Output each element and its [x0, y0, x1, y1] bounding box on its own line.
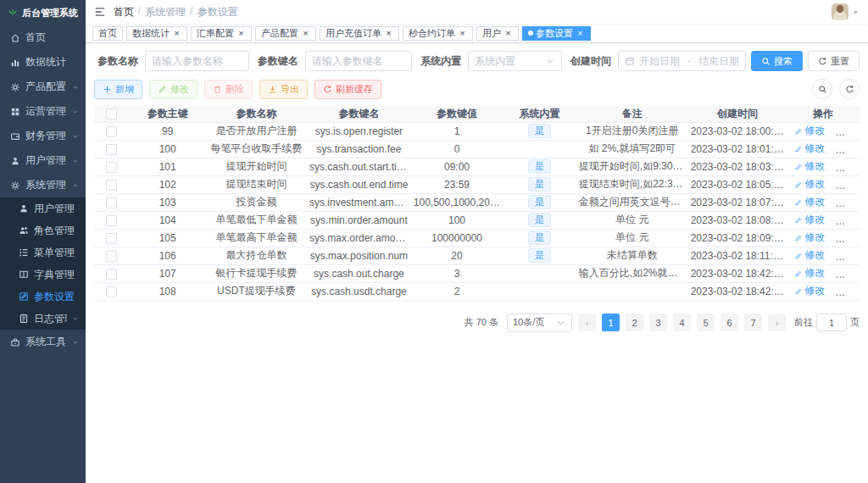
user-icon: [10, 156, 20, 166]
row-checkbox[interactable]: [106, 126, 117, 137]
sidebar-subitem[interactable]: 字典管理: [0, 264, 86, 286]
page-button[interactable]: 7: [744, 314, 762, 331]
view-tab[interactable]: 产品配置×: [255, 26, 316, 41]
tab-close-icon[interactable]: ×: [301, 29, 310, 38]
row-actions-cell: 修改删除: [787, 247, 860, 264]
breadcrumb-item[interactable]: 参数设置: [198, 5, 238, 19]
sidebar-subitem[interactable]: 角色管理: [0, 219, 86, 242]
row-checkbox[interactable]: [106, 286, 117, 297]
sidebar-item[interactable]: 财务管理: [0, 124, 86, 148]
grid-icon: [10, 107, 20, 117]
caret-down-icon[interactable]: [852, 8, 860, 16]
tabs-bar: 首页数据统计×汇率配置×产品配置×用户充值订单×秒合约订单×用户×参数设置×: [86, 24, 868, 43]
delete-button[interactable]: 删除: [204, 80, 253, 99]
breadcrumb-item[interactable]: 系统管理: [145, 5, 186, 19]
tab-close-icon[interactable]: ×: [576, 29, 585, 38]
date-separator: -: [687, 55, 691, 67]
sidebar-item[interactable]: 运营管理: [0, 99, 86, 124]
sidebar-subitem[interactable]: 菜单管理: [0, 242, 86, 264]
page-button[interactable]: 6: [721, 314, 738, 331]
sidebar-item[interactable]: 数据统计: [0, 50, 86, 75]
refresh-cache-button[interactable]: 刷新缓存: [314, 80, 381, 99]
row-edit-link[interactable]: 修改: [794, 248, 825, 263]
row-edit-link[interactable]: 修改: [794, 159, 825, 174]
export-button[interactable]: 导出: [259, 80, 308, 99]
breadcrumb-item[interactable]: 首页: [114, 5, 134, 19]
sidebar-item[interactable]: 系统管理: [0, 173, 86, 197]
toggle-search-button[interactable]: [812, 79, 832, 99]
param-key-cell: sys.investment.amount: [307, 193, 411, 211]
row-checkbox[interactable]: [106, 144, 117, 155]
row-edit-link[interactable]: 修改: [794, 142, 825, 156]
goto-page-input[interactable]: [816, 314, 847, 331]
row-actions-cell: 修改删除: [787, 193, 860, 211]
row-checkbox[interactable]: [106, 251, 117, 262]
chevron-down-icon: [72, 315, 79, 322]
view-tab[interactable]: 用户充值订单×: [320, 26, 399, 41]
param-key-cell: sys.cash.out.end.time: [307, 175, 411, 193]
add-button[interactable]: 新增: [94, 80, 142, 99]
view-tab[interactable]: 参数设置×: [522, 26, 591, 41]
tab-close-icon[interactable]: ×: [504, 29, 513, 38]
row-edit-link[interactable]: 修改: [794, 177, 825, 192]
page-button[interactable]: 3: [649, 314, 667, 331]
sidebar-subitem[interactable]: 用户管理: [0, 197, 86, 219]
tab-close-icon[interactable]: ×: [236, 29, 246, 38]
row-edit-link[interactable]: 修改: [794, 195, 825, 209]
sidebar-item[interactable]: 系统工具: [0, 330, 86, 354]
date-range-picker[interactable]: 开始日期 - 结束日期: [618, 51, 746, 71]
refresh-table-button[interactable]: [839, 79, 860, 99]
param-id-cell: 102: [130, 175, 206, 193]
page-size-select[interactable]: 10条/页: [507, 314, 572, 332]
page-button[interactable]: 1: [602, 314, 620, 331]
calendar-icon: [625, 56, 635, 66]
sidebar-item[interactable]: 首页: [0, 25, 86, 50]
builtin-select[interactable]: 系统内置: [468, 51, 562, 71]
builtin-tag: 是: [528, 159, 551, 174]
tab-close-icon[interactable]: ×: [172, 29, 181, 38]
main-area: 首页/系统管理/参数设置 首页数据统计×汇率配置×产品配置×用户充值订单×秒合约…: [86, 0, 868, 483]
prev-page-button[interactable]: ‹: [578, 314, 596, 331]
view-tab[interactable]: 首页: [92, 26, 123, 41]
sidebar-item[interactable]: 产品配置: [0, 75, 86, 99]
view-tab[interactable]: 数据统计×: [126, 26, 187, 41]
select-all-checkbox[interactable]: [106, 108, 117, 119]
row-checkbox[interactable]: [106, 269, 117, 280]
edit-button[interactable]: 修改: [149, 80, 198, 99]
row-checkbox[interactable]: [106, 197, 117, 208]
page-button[interactable]: 2: [626, 314, 643, 331]
row-checkbox[interactable]: [106, 162, 117, 173]
page-button[interactable]: 5: [697, 314, 715, 331]
row-checkbox[interactable]: [106, 180, 117, 191]
search-button[interactable]: 搜索: [751, 51, 803, 71]
param-name-input[interactable]: 请输入参数名称: [145, 51, 249, 71]
view-tab[interactable]: 用户×: [476, 26, 519, 41]
next-page-button[interactable]: ›: [768, 314, 786, 331]
page-button[interactable]: 4: [673, 314, 691, 331]
sidebar-subitem[interactable]: 日志管理: [0, 308, 86, 330]
param-value-cell: 23:59: [411, 175, 503, 193]
param-value-cell: 20: [411, 247, 503, 264]
sidebar-item[interactable]: 用户管理: [0, 148, 86, 173]
sidebar-subitem[interactable]: 参数设置: [0, 286, 86, 308]
row-edit-link[interactable]: 修改: [794, 284, 825, 298]
pagination: 共 70 条10条/页‹1234567›前往页: [94, 314, 860, 332]
hamburger-icon[interactable]: [94, 6, 106, 18]
row-edit-link[interactable]: 修改: [794, 230, 825, 245]
row-edit-link[interactable]: 修改: [794, 266, 825, 280]
edit-pen-icon: [794, 180, 803, 189]
param-key-input[interactable]: 请输入参数键名: [305, 51, 413, 71]
page-unit-label: 页: [850, 316, 860, 329]
navbar-right: [832, 3, 860, 20]
row-checkbox[interactable]: [106, 233, 117, 244]
avatar[interactable]: [832, 3, 849, 20]
tab-close-icon[interactable]: ×: [458, 29, 467, 38]
tab-close-icon[interactable]: ×: [384, 29, 393, 38]
view-tab[interactable]: 汇率配置×: [191, 26, 252, 41]
row-edit-link[interactable]: 修改: [794, 213, 825, 227]
created-cell: 2023-03-02 18:07:41: [688, 193, 787, 211]
view-tab[interactable]: 秒合约订单×: [403, 26, 473, 41]
row-edit-link[interactable]: 修改: [794, 124, 825, 138]
row-checkbox[interactable]: [106, 215, 117, 226]
reset-button[interactable]: 重置: [808, 51, 860, 71]
